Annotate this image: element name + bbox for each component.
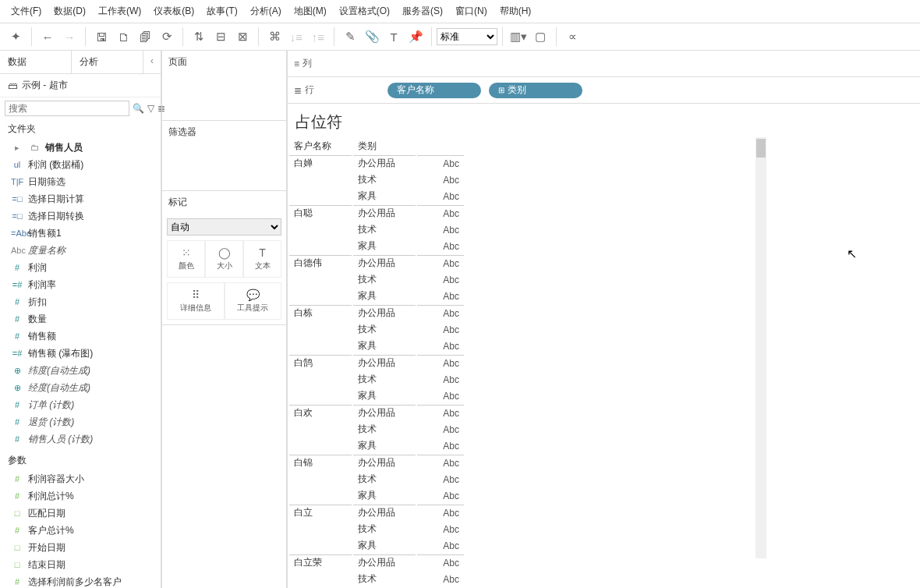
- table-row[interactable]: 白欢办公用品Abc: [289, 405, 464, 420]
- table-row[interactable]: 技术Abc: [289, 172, 464, 187]
- param-item[interactable]: #利润容器大小: [0, 470, 161, 487]
- mark-color[interactable]: ⁙颜色: [167, 240, 205, 278]
- refresh-icon[interactable]: ⟳: [156, 26, 178, 48]
- swap-icon[interactable]: ⇅: [188, 26, 210, 48]
- field-item[interactable]: ⊕纬度(自动生成): [0, 362, 161, 379]
- save-icon[interactable]: 🖫: [90, 26, 112, 48]
- fit-select[interactable]: 标准: [437, 28, 497, 45]
- param-item[interactable]: □匹配日期: [0, 505, 161, 522]
- search-input[interactable]: [5, 101, 129, 116]
- new-data-icon[interactable]: 🗋: [112, 26, 134, 48]
- menu-item[interactable]: 分析(A): [246, 3, 286, 19]
- field-item[interactable]: ul利润 (数据桶): [0, 156, 161, 173]
- table-row[interactable]: 白栋办公用品Abc: [289, 305, 464, 321]
- table-row[interactable]: 家具Abc: [289, 488, 464, 503]
- table-row[interactable]: 技术Abc: [289, 522, 464, 537]
- scroll-thumb[interactable]: [756, 139, 766, 158]
- table-row[interactable]: 技术Abc: [289, 322, 464, 337]
- new-sheet-icon[interactable]: 🗐: [134, 26, 156, 48]
- field-item[interactable]: #利润: [0, 259, 161, 276]
- field-item[interactable]: =#利润率: [0, 276, 161, 293]
- table-row[interactable]: 白聪办公用品Abc: [289, 205, 464, 221]
- share-icon[interactable]: ∝: [561, 26, 583, 48]
- menu-item[interactable]: 数据(D): [49, 3, 90, 19]
- collapse-icon[interactable]: ‹: [143, 51, 161, 73]
- table-row[interactable]: 白鹄办公用品Abc: [289, 355, 464, 370]
- group-icon[interactable]: ⌘: [264, 26, 285, 48]
- table-row[interactable]: 技术Abc: [289, 472, 464, 487]
- field-item[interactable]: =□选择日期转换: [0, 207, 161, 225]
- table-row[interactable]: 白立办公用品Abc: [289, 505, 464, 520]
- field-item[interactable]: =Abc销售额1: [0, 225, 161, 242]
- table-row[interactable]: 家具Abc: [289, 189, 464, 204]
- field-item[interactable]: #销售人员 (计数): [0, 430, 161, 448]
- table-row[interactable]: 家具Abc: [289, 388, 464, 403]
- back-icon[interactable]: ←: [37, 26, 58, 48]
- table-row[interactable]: 技术Abc: [289, 572, 464, 586]
- pill-customer[interactable]: 客户名称: [387, 83, 481, 98]
- field-item[interactable]: #折扣: [0, 293, 161, 310]
- field-item[interactable]: #销售额: [0, 328, 161, 345]
- table-row[interactable]: 家具Abc: [289, 438, 464, 453]
- menu-item[interactable]: 窗口(N): [451, 3, 492, 19]
- columns-shelf[interactable]: ≡列: [288, 51, 920, 77]
- table-row[interactable]: 家具Abc: [289, 289, 464, 303]
- pin-icon[interactable]: 📌: [405, 26, 426, 48]
- menu-item[interactable]: 服务器(S): [398, 3, 448, 19]
- mark-tooltip[interactable]: 💬工具提示: [225, 282, 282, 320]
- view-title[interactable]: 占位符: [288, 104, 920, 137]
- field-item[interactable]: T|F日期筛选: [0, 173, 161, 190]
- field-item[interactable]: =#销售额 (瀑布图): [0, 345, 161, 362]
- field-item[interactable]: ⊕经度(自动生成): [0, 379, 161, 396]
- field-item[interactable]: #退货 (计数): [0, 413, 161, 430]
- scrollbar[interactable]: [755, 137, 766, 558]
- table-row[interactable]: 家具Abc: [289, 239, 464, 253]
- logo-icon[interactable]: ✦: [5, 26, 27, 48]
- text-icon[interactable]: T: [383, 26, 405, 48]
- highlight-icon[interactable]: ✎: [339, 26, 361, 48]
- param-item[interactable]: □开始日期: [0, 539, 161, 556]
- filters-card[interactable]: 筛选器: [162, 121, 286, 143]
- table-row[interactable]: 技术Abc: [289, 372, 464, 387]
- rows-shelf[interactable]: ≣行 客户名称 类别: [288, 77, 920, 104]
- present-icon[interactable]: ▢: [529, 26, 551, 48]
- forward-icon[interactable]: →: [58, 26, 80, 48]
- table-row[interactable]: 白立荣办公用品Abc: [289, 554, 464, 570]
- table-row[interactable]: 技术Abc: [289, 422, 464, 437]
- table-row[interactable]: 技术Abc: [289, 222, 464, 237]
- marks-card[interactable]: 标记: [162, 191, 286, 214]
- table-row[interactable]: 白德伟办公用品Abc: [289, 255, 464, 271]
- param-item[interactable]: #选择利润前多少名客户: [0, 573, 161, 588]
- folder-root[interactable]: ▸ 🗀 销售人员: [0, 139, 161, 156]
- menu-item[interactable]: 设置格式(O): [334, 3, 395, 19]
- percent-icon[interactable]: ↑≡: [307, 26, 329, 48]
- filter-icon[interactable]: ▽: [147, 103, 154, 114]
- param-item[interactable]: #利润总计%: [0, 487, 161, 505]
- table-row[interactable]: 白婵办公用品Abc: [289, 155, 464, 171]
- menu-item[interactable]: 工作表(W): [94, 3, 146, 19]
- pages-card[interactable]: 页面: [162, 51, 286, 73]
- menu-item[interactable]: 故事(T): [202, 3, 242, 19]
- table-row[interactable]: 家具Abc: [289, 338, 464, 353]
- menu-item[interactable]: 仪表板(B): [149, 3, 199, 19]
- menu-item[interactable]: 帮助(H): [495, 3, 536, 19]
- menu-item[interactable]: 地图(M): [289, 3, 331, 19]
- field-item[interactable]: =□选择日期计算: [0, 190, 161, 207]
- attach-icon[interactable]: 📎: [361, 26, 383, 48]
- tab-analysis[interactable]: 分析: [72, 51, 143, 73]
- menu-item[interactable]: 文件(F): [6, 3, 46, 19]
- field-item[interactable]: #订单 (计数): [0, 396, 161, 413]
- table-row[interactable]: 技术Abc: [289, 272, 464, 287]
- sort-asc-icon[interactable]: ⊟: [210, 26, 232, 48]
- totals-icon[interactable]: ↓≡: [285, 26, 307, 48]
- sort-desc-icon[interactable]: ⊠: [232, 26, 253, 48]
- field-item[interactable]: #数量: [0, 310, 161, 328]
- datasource[interactable]: 🗃 示例 - 超市: [0, 74, 161, 97]
- mark-text[interactable]: T文本: [243, 240, 281, 278]
- mark-size[interactable]: ◯大小: [205, 240, 243, 278]
- search-icon[interactable]: 🔍: [133, 103, 144, 114]
- table-row[interactable]: 白锦办公用品Abc: [289, 455, 464, 470]
- show-me-icon[interactable]: ▥▾: [508, 26, 529, 48]
- field-item[interactable]: Abc度量名称: [0, 242, 161, 259]
- mark-type-select[interactable]: 自动: [167, 218, 281, 236]
